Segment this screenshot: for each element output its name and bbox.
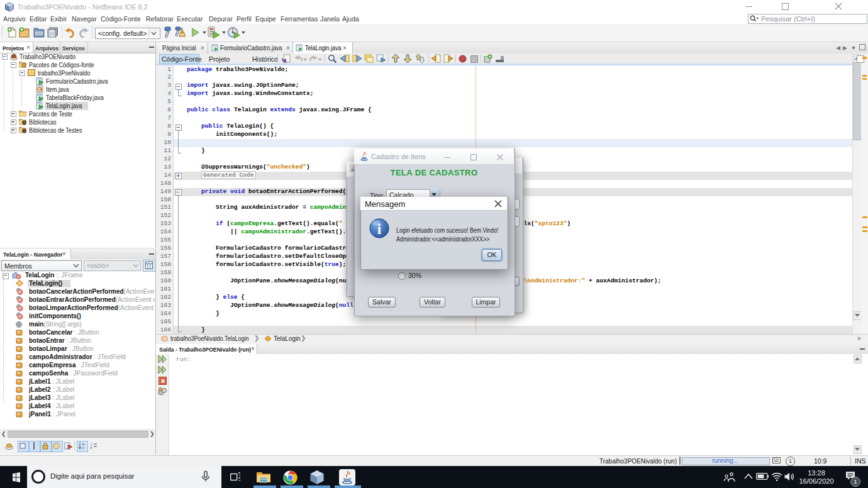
svg-text:z: z <box>82 446 84 450</box>
svg-text:i: i <box>377 221 382 237</box>
